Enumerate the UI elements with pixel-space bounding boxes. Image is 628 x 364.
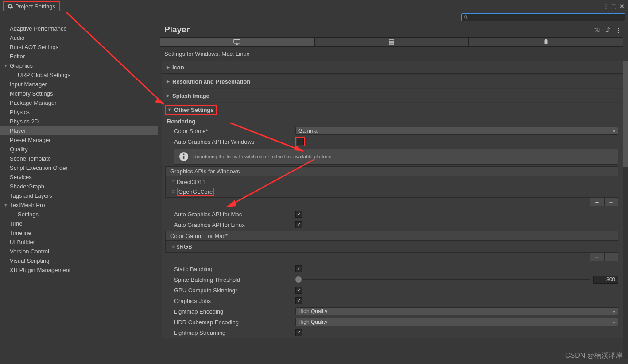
- sidebar-item-memory-settings[interactable]: Memory Settings: [0, 89, 158, 98]
- sidebar-item-urp-global-settings[interactable]: URP Global Settings: [0, 70, 158, 80]
- svg-line-1: [466, 18, 468, 19]
- sidebar-item-preset-manager[interactable]: Preset Manager: [0, 135, 158, 145]
- sidebar-item-version-control[interactable]: Version Control: [0, 247, 158, 256]
- remove-button[interactable]: −: [604, 197, 618, 206]
- page-title: Player: [164, 25, 190, 34]
- graphics-jobs-checkbox[interactable]: [295, 297, 302, 304]
- sidebar-item-label: Services: [10, 174, 32, 180]
- sidebar-item-editor[interactable]: Editor: [0, 52, 158, 61]
- svg-point-10: [183, 153, 184, 155]
- sprite-batching-slider[interactable]: [295, 279, 590, 280]
- sidebar-item-adaptive-performance[interactable]: Adaptive Performance: [0, 24, 158, 33]
- platform-tabs: [160, 37, 624, 47]
- sidebar-item-burst-aot-settings[interactable]: Burst AOT Settings: [0, 42, 158, 52]
- search-icon: [464, 15, 468, 19]
- monitor-icon: [233, 39, 241, 45]
- list-item[interactable]: ≡sRGB: [166, 241, 618, 251]
- sidebar-item-label: URP Global Settings: [18, 72, 70, 78]
- graphics-apis-list: ≡Direct3D11 ≡OpenGLCore: [165, 176, 618, 198]
- sidebar-item-physics[interactable]: Physics: [0, 107, 158, 117]
- settings-sidebar: Adaptive PerformanceAudioBurst AOT Setti…: [0, 21, 158, 363]
- drag-handle-icon[interactable]: ≡: [172, 188, 173, 195]
- sidebar-item-time[interactable]: Time: [0, 219, 158, 228]
- sidebar-item-quality[interactable]: Quality: [0, 145, 158, 154]
- kebab-icon[interactable]: ⋮: [602, 3, 609, 10]
- auto-api-windows-checkbox[interactable]: [297, 138, 304, 145]
- row-hdr-encoding: HDR Cubemap EncodingHigh Quality: [162, 317, 624, 327]
- search-input[interactable]: [461, 13, 625, 21]
- tab-server[interactable]: [314, 37, 469, 47]
- row-gpu-skinning: GPU Compute Skinning*: [162, 285, 624, 295]
- sidebar-item-timeline[interactable]: Timeline: [0, 228, 158, 238]
- static-batching-checkbox[interactable]: [295, 265, 302, 272]
- row-lightmap-streaming: Lightmap Streaming: [162, 327, 624, 338]
- sidebar-item-label: Scene Template: [10, 155, 51, 162]
- lightmap-encoding-dropdown[interactable]: High Quality: [295, 307, 618, 315]
- sidebar-item-physics-2d[interactable]: Physics 2D: [0, 117, 158, 126]
- sidebar-item-scene-template[interactable]: Scene Template: [0, 154, 158, 163]
- section-splash[interactable]: ▶Splash Image: [162, 89, 624, 102]
- sidebar-item-shadergraph[interactable]: ShaderGraph: [0, 182, 158, 191]
- tab-standalone[interactable]: [160, 37, 314, 47]
- svg-rect-5: [389, 40, 394, 41]
- sidebar-item-label: Preset Manager: [10, 137, 51, 143]
- scrollbar-thumb[interactable]: [623, 61, 628, 167]
- sidebar-item-tags-and-layers[interactable]: Tags and Layers: [0, 191, 158, 200]
- gpu-skinning-checkbox[interactable]: [295, 287, 302, 294]
- tab-android[interactable]: [469, 37, 623, 47]
- sidebar-item-audio[interactable]: Audio: [0, 33, 158, 42]
- sidebar-item-xr-plugin-management[interactable]: XR Plugin Management: [0, 265, 158, 275]
- sidebar-item-label: UI Builder: [10, 239, 35, 245]
- add-button[interactable]: +: [590, 197, 604, 206]
- color-gamut-header: Color Gamut For Mac*: [165, 231, 618, 241]
- chevron-down-icon: ▼: [4, 201, 8, 209]
- sidebar-item-services[interactable]: Services: [0, 172, 158, 182]
- sidebar-item-script-execution-order[interactable]: Script Execution Order: [0, 163, 158, 172]
- sidebar-item-ui-builder[interactable]: UI Builder: [0, 238, 158, 247]
- watermark: CSDN @楠溪泽岸: [565, 351, 623, 360]
- sidebar-item-player[interactable]: Player: [0, 126, 158, 135]
- window-title-tab[interactable]: Project Settings: [3, 1, 60, 11]
- drag-handle-icon[interactable]: ≡: [172, 179, 173, 185]
- platform-subtitle: Settings for Windows, Mac, Linux: [158, 47, 628, 60]
- color-space-dropdown[interactable]: Gamma: [295, 127, 618, 135]
- drag-handle-icon[interactable]: ≡: [172, 243, 173, 249]
- help-icon[interactable]: ?⃝: [593, 26, 601, 33]
- sidebar-item-label: Package Manager: [10, 100, 57, 106]
- sidebar-item-label: ShaderGraph: [10, 183, 44, 190]
- section-icon[interactable]: ▶Icon: [162, 61, 624, 74]
- maximize-icon[interactable]: ▢: [610, 3, 617, 10]
- sidebar-item-label: Script Execution Order: [10, 165, 68, 171]
- sidebar-item-settings[interactable]: Settings: [0, 210, 158, 219]
- sidebar-item-input-manager[interactable]: Input Manager: [0, 80, 158, 89]
- sidebar-item-package-manager[interactable]: Package Manager: [0, 98, 158, 107]
- row-sprite-batching: Sprite Batching Threshold 300: [162, 274, 624, 285]
- add-button[interactable]: +: [590, 252, 604, 261]
- preset-icon[interactable]: ⇵: [604, 26, 611, 33]
- remove-button[interactable]: −: [604, 252, 618, 261]
- svg-rect-7: [389, 43, 394, 45]
- graphics-apis-header: Graphics APIs for Windows: [165, 166, 618, 176]
- slider-thumb[interactable]: [295, 276, 302, 283]
- titlebar: Project Settings ⋮ ▢ ✕: [0, 0, 628, 12]
- auto-api-linux-checkbox[interactable]: [295, 221, 302, 228]
- sidebar-item-graphics[interactable]: ▼Graphics: [0, 61, 158, 70]
- sidebar-item-label: Adaptive Performance: [10, 25, 67, 32]
- sidebar-item-textmesh-pro[interactable]: ▼TextMesh Pro: [0, 200, 158, 210]
- chevron-down-icon: ▼: [167, 107, 171, 112]
- main-header: Player ?⃝ ⇵ ⋮: [158, 21, 628, 37]
- lightmap-streaming-checkbox[interactable]: [295, 329, 302, 336]
- menu-icon[interactable]: ⋮: [615, 26, 622, 33]
- sidebar-item-visual-scripting[interactable]: Visual Scripting: [0, 256, 158, 265]
- list-item[interactable]: ≡OpenGLCore: [166, 187, 618, 196]
- section-resolution[interactable]: ▶Resolution and Presentation: [162, 75, 624, 88]
- auto-api-mac-checkbox[interactable]: [295, 211, 302, 218]
- hdr-encoding-dropdown[interactable]: High Quality: [295, 318, 618, 326]
- close-icon[interactable]: ✕: [618, 3, 625, 10]
- svg-rect-9: [183, 156, 185, 159]
- list-item[interactable]: ≡Direct3D11: [166, 177, 618, 187]
- reorder-info: Reordering the list will switch editor t…: [174, 149, 618, 165]
- section-other[interactable]: ▼Other Settings: [162, 103, 624, 116]
- sprite-batching-value[interactable]: 300: [593, 276, 618, 284]
- scrollbar[interactable]: [623, 61, 628, 359]
